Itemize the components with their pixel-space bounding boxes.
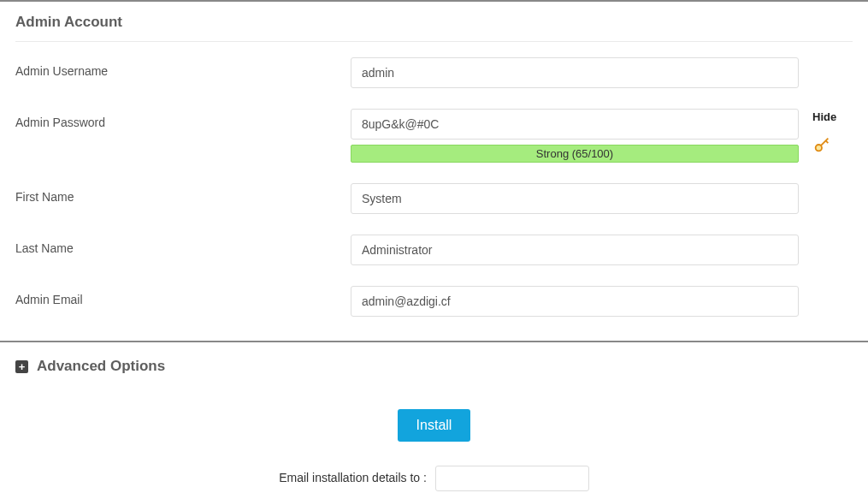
password-strength-indicator: Strong (65/100) <box>351 145 799 163</box>
password-hide-toggle[interactable]: Hide <box>812 110 850 123</box>
first-name-input[interactable] <box>351 183 799 214</box>
admin-password-input[interactable] <box>351 109 799 140</box>
advanced-options-label: Advanced Options <box>37 358 165 375</box>
svg-line-2 <box>826 140 829 143</box>
admin-email-input[interactable] <box>351 286 799 317</box>
label-first-name: First Name <box>15 183 351 204</box>
label-admin-password: Admin Password <box>15 109 351 129</box>
last-name-input[interactable] <box>351 235 799 265</box>
email-installation-input[interactable] <box>435 466 589 491</box>
row-first-name: First Name <box>15 183 853 214</box>
email-installation-label: Email installation details to : <box>279 471 427 484</box>
install-button[interactable]: Install <box>398 409 471 442</box>
svg-point-0 <box>816 145 822 151</box>
label-admin-username: Admin Username <box>15 57 351 78</box>
email-installation-row: Email installation details to : <box>15 466 853 493</box>
label-admin-email: Admin Email <box>15 286 351 306</box>
row-last-name: Last Name <box>15 235 853 265</box>
row-admin-email: Admin Email <box>15 286 853 317</box>
row-admin-username: Admin Username <box>15 57 853 88</box>
advanced-options-toggle[interactable]: + Advanced Options <box>15 342 853 392</box>
admin-username-input[interactable] <box>351 57 799 88</box>
row-admin-password: Admin Password Strong (65/100) Hide <box>15 109 853 163</box>
section-title-admin-account: Admin Account <box>15 2 853 42</box>
plus-icon: + <box>15 360 28 373</box>
label-last-name: Last Name <box>15 235 351 255</box>
generate-password-key-icon[interactable] <box>812 135 850 157</box>
